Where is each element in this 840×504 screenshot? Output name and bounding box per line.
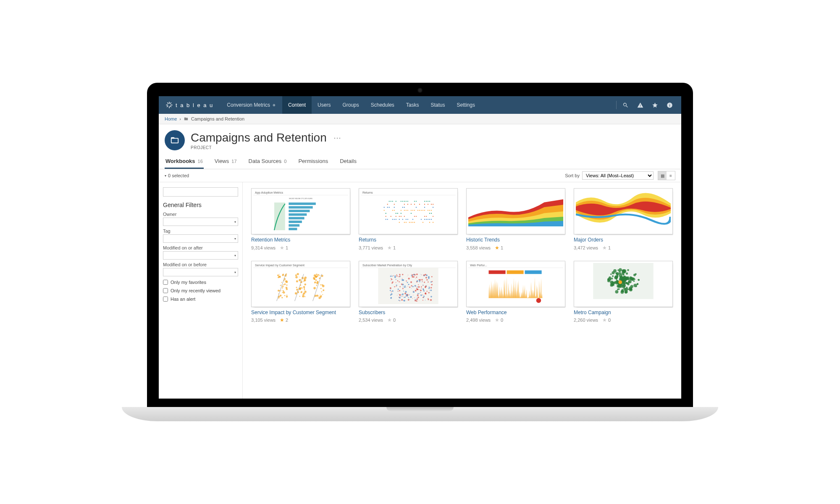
svg-point-221 — [322, 285, 325, 287]
has-alert-checkbox[interactable]: Has an alert — [163, 297, 238, 302]
tab-label: Views — [215, 158, 229, 164]
favorite-star-icon[interactable] — [648, 96, 662, 114]
workbook-title[interactable]: Service Impact by Customer Segment — [251, 310, 350, 316]
star-icon[interactable]: ★ — [280, 245, 284, 251]
site-selector[interactable]: Conversion Metrics ⊕ — [220, 96, 282, 114]
svg-rect-230 — [378, 268, 438, 304]
sort-select[interactable]: Views: All (Most–Least) — [582, 171, 654, 180]
tab-data-sources[interactable]: Data Sources0 — [248, 155, 288, 169]
svg-point-302 — [419, 281, 420, 282]
svg-point-87 — [402, 219, 403, 220]
nav-status[interactable]: Status — [425, 96, 451, 114]
tab-workbooks[interactable]: Workbooks16 — [165, 155, 204, 169]
svg-point-238 — [431, 284, 433, 285]
only-recent-checkbox[interactable]: Only my recently viewed — [163, 288, 238, 293]
modified-before-select[interactable] — [163, 268, 238, 276]
info-icon[interactable] — [662, 96, 677, 114]
nav-content[interactable]: Content — [282, 96, 312, 114]
star-icon[interactable]: ★ — [387, 245, 392, 251]
only-favorites-input[interactable] — [163, 280, 168, 285]
workbook-title[interactable]: Retention Metrics — [251, 237, 350, 244]
owner-filter-select[interactable] — [163, 218, 238, 226]
more-actions-button[interactable]: ⋯ — [331, 133, 344, 142]
nav-settings[interactable]: Settings — [451, 96, 481, 114]
svg-point-234 — [406, 287, 406, 287]
svg-point-71 — [391, 216, 391, 217]
svg-point-226 — [315, 276, 317, 278]
workbook-title[interactable]: Major Orders — [574, 237, 673, 244]
workbook-title[interactable]: Web Performance — [466, 310, 565, 316]
svg-point-359 — [426, 279, 428, 280]
tab-details[interactable]: Details — [339, 155, 357, 169]
workbook-card[interactable]: Service Impact by Customer Segment Servi… — [251, 261, 350, 323]
has-alert-input[interactable] — [163, 297, 168, 302]
svg-point-345 — [423, 290, 425, 291]
grid-view-button[interactable]: ▦ — [658, 171, 667, 180]
svg-point-126 — [278, 277, 279, 278]
svg-point-292 — [420, 289, 420, 289]
workbook-thumbnail[interactable] — [466, 188, 565, 234]
workbook-card[interactable]: Returns Returns 3,771 views ★ 1 — [359, 188, 458, 251]
app-window: t a b l e a u Conversion Metrics ⊕ Conte… — [159, 96, 681, 399]
search-icon[interactable] — [618, 96, 633, 114]
workbook-thumbnail[interactable]: App-Adoption Metrics 98,502 30,658 271,3… — [251, 188, 350, 234]
workbook-views: 2,498 views — [466, 318, 491, 323]
svg-point-142 — [281, 290, 282, 291]
list-view-button[interactable]: ≡ — [667, 171, 675, 180]
svg-point-421 — [417, 294, 419, 296]
workbook-card[interactable]: Web Perfor... Web Performance 2,498 view… — [466, 261, 565, 323]
workbook-card[interactable]: Historic Trends 3,558 views ★ 1 — [466, 188, 565, 251]
workbook-card[interactable]: Subscriber Market Penetration by City Su… — [359, 261, 458, 323]
star-icon[interactable]: ★ — [280, 317, 284, 323]
filter-search-input[interactable] — [163, 187, 238, 197]
star-icon[interactable]: ★ — [387, 317, 392, 323]
svg-point-364 — [408, 275, 408, 275]
workbook-thumbnail[interactable]: Service Impact by Customer Segment — [251, 261, 350, 307]
workbook-card[interactable]: App-Adoption Metrics 98,502 30,658 271,3… — [251, 188, 350, 251]
tab-views[interactable]: Views17 — [214, 155, 238, 169]
workbook-thumbnail[interactable]: Web Perfor... — [466, 261, 565, 307]
workbook-title[interactable]: Metro Campaign — [574, 310, 673, 316]
only-recent-input[interactable] — [163, 288, 168, 293]
svg-point-399 — [417, 289, 419, 290]
svg-point-365 — [391, 276, 393, 277]
workbook-card[interactable]: Major Orders 3,472 views ★ 1 — [574, 188, 673, 251]
nav-schedules[interactable]: Schedules — [365, 96, 400, 114]
workbook-thumbnail[interactable] — [574, 261, 673, 307]
workbook-thumbnail[interactable]: Returns — [359, 188, 458, 234]
workbook-card[interactable]: Metro Campaign 2,260 views ★ 0 — [574, 261, 673, 323]
workbook-thumbnail[interactable] — [574, 188, 673, 234]
svg-point-353 — [390, 287, 391, 289]
svg-point-77 — [416, 216, 417, 217]
only-recent-label: Only my recently viewed — [171, 288, 220, 293]
workbook-title[interactable]: Subscribers — [359, 310, 458, 316]
modified-after-select[interactable] — [163, 251, 238, 260]
tag-filter-select[interactable] — [163, 234, 238, 243]
selection-count[interactable]: 0 selected — [165, 173, 189, 178]
star-icon[interactable]: ★ — [495, 245, 499, 251]
svg-point-122 — [280, 294, 282, 297]
workbook-thumbnail[interactable]: Subscriber Market Penetration by City — [359, 261, 458, 307]
breadcrumb-home[interactable]: Home — [165, 116, 177, 121]
svg-point-383 — [390, 294, 391, 295]
svg-point-409 — [425, 286, 426, 287]
favorite-count: 0 — [608, 318, 611, 323]
svg-point-60 — [428, 210, 428, 211]
workbook-title[interactable]: Returns — [359, 237, 458, 244]
nav-users[interactable]: Users — [312, 96, 336, 114]
star-icon[interactable]: ★ — [602, 245, 607, 251]
alert-icon[interactable] — [633, 96, 648, 114]
nav-groups[interactable]: Groups — [336, 96, 365, 114]
tab-permissions[interactable]: Permissions — [297, 155, 329, 169]
svg-point-100 — [409, 222, 410, 223]
workbook-title[interactable]: Historic Trends — [466, 237, 565, 244]
star-icon[interactable]: ★ — [602, 317, 607, 323]
only-favorites-checkbox[interactable]: Only my favorites — [163, 280, 238, 285]
star-icon[interactable]: ★ — [495, 317, 499, 323]
svg-point-27 — [404, 204, 405, 205]
nav-tasks[interactable]: Tasks — [400, 96, 425, 114]
brand-logo[interactable]: t a b l e a u — [159, 101, 220, 109]
svg-point-342 — [398, 291, 398, 291]
svg-point-253 — [414, 297, 415, 298]
svg-point-128 — [282, 274, 284, 276]
